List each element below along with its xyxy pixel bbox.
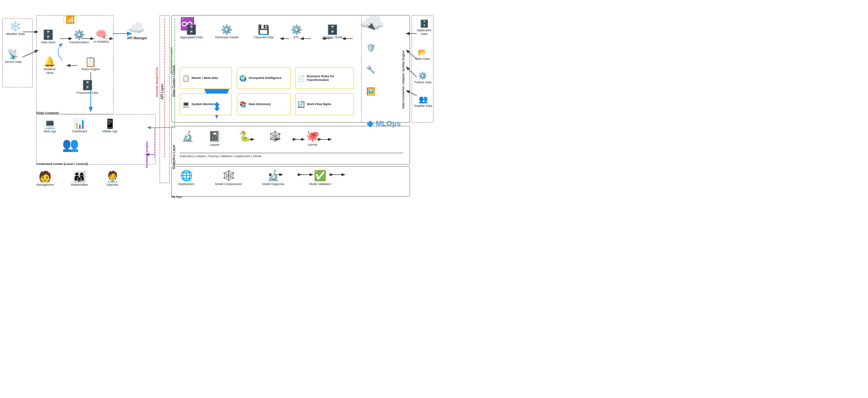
model-diagnosis-icon: 🔬 Model Diagnosis [262,170,285,186]
model-compression-icon: 🕸️ Model Compression [215,170,242,186]
jupyter-icon: 📓 Jupyter [208,130,221,147]
plug-icon: 🔌 [366,22,375,31]
analytics-description-label: Exploratory Analysis | Training | Valida… [180,155,261,158]
geospatial-label: Geospatial Intelligence [249,76,282,80]
turbine-data-icon: ⚙️ Turbine Data [414,72,432,84]
sensor-data-icon-box: 📡 Sensor Data [5,50,22,64]
stakeholders-icon: 👨‍👩‍👧 Stakeholders [70,171,88,187]
workflow-icon: 🔄 [298,101,305,108]
web-app-icon: 💻 Web App [44,119,56,133]
big-double-arrow: ⬌ [211,87,223,126]
image-icon: 🖼️ [366,87,375,96]
api-manager-label: API Manager [127,36,148,40]
analytics-separator [180,153,403,153]
github-icon: 🐙 GitHub [306,129,319,147]
sensor-icon: 📡 [7,50,19,59]
ai-models-icon: 🧠 AI Model(s) [93,30,109,44]
model-validation-icon: ✅ Model Validation [309,170,331,186]
system-monitoring-icon: 💻 [182,101,189,108]
operator-icon: 🧑‍💼 Operator [106,171,119,187]
azure-ml-icon: 🔬 [182,130,194,142]
application-data-icon: 🗄️ Application Data [414,20,434,36]
data-connector-label: Data Connector, Adaptor, Quality Engine [402,51,405,108]
data-dictionary-card[interactable]: 📚 Data Dictionary [237,93,291,115]
open-data-icon: 📂 Open Data [415,49,430,61]
python-icon: 🐍 [239,130,251,142]
neural-net-icon: 🕸️ [269,130,281,142]
etl-icon: ⚙️ ETL [291,25,303,39]
cleansed-data-icon: 💾 Cleansed Data [254,25,274,39]
mobile-app-icon: 📱 Mobile App [102,119,118,133]
master-meta-card[interactable]: 📋 Master / Meta Data [180,67,232,89]
system-monitoring-card[interactable]: 💻 System Monitoring [180,93,232,115]
periodic-model-push-label: Periodic Model Push [155,67,159,97]
data-dictionary-icon: 📚 [239,101,247,108]
weather-data-label: Weather Data [6,32,25,36]
business-rules-card[interactable]: 📄 Business Rules for Transformation [295,67,354,89]
command-center-label: Command Center (Local / Central) [36,162,88,166]
analytics-layer-box [172,126,410,165]
geospatial-card[interactable]: 🌍 Geospatial Intelligence [237,67,291,89]
people-group-icon: 👥 [62,138,79,151]
main-diagram: ❄️ Weather Data 📡 Sensor Data Edge Compu… [0,0,434,199]
management-icon: 🧑 Management [36,171,54,187]
connector-tool-icon: 🔧 [366,66,375,74]
master-meta-icon: 📋 [182,74,189,82]
api-cloud-icon: ☁️ [128,20,145,36]
aggregated-data-icon: 🗄️ Aggregated Data [180,25,203,39]
workflow-card[interactable]: 🔄 Work Flow Mgmt. [295,93,354,115]
data-store-icon: 🗄️ Data Store [41,30,56,44]
workflow-label: Work Flow Mgmt. [307,102,332,106]
snowflake-icon: ❄️ [9,22,21,31]
business-rules-label: Business Rules for Transformation [307,74,351,82]
dashboard-icon: 📊 Dashboard [72,119,87,133]
geospatial-icon: 🌍 [239,74,247,82]
realtime-alerts-icon: 🔔 RealtimeAlerts [44,57,56,75]
shield-icon: 🛡️ [366,44,375,53]
api-layer-label: API Layer [160,84,164,99]
staging-raw-icon: 🗄️ Staging / RAW [322,25,342,39]
data-dictionary-label: Data Dictionary [249,102,271,106]
predictive-insights-label: Predictive Insights [145,141,149,168]
business-rules-icon: 📄 [298,74,305,82]
analytics-layer-label: Analytics Layer [172,144,176,169]
iot-device-box [63,16,76,23]
dimension-model-icon: ⚙️ Dimension Model [215,25,239,39]
data-center-label: Data Center / Cloud [172,66,176,97]
master-meta-label: Master / Meta Data [191,76,218,80]
mlops-pipeline-label: MLOps [172,195,182,199]
supplier-data-icon: 👥 Supplier Data [414,96,433,108]
mlops-pipeline-box [172,166,410,197]
processed-data-icon: 🗄️ Processed Data [76,80,98,95]
sensor-data-label: Sensor Data [5,60,22,64]
deployment-icon: 🌐 Deployment [178,170,194,186]
rules-engine-icon: 📋 Rules Engine [82,57,100,71]
transformation-icon: ⚙️ Transformation [69,30,89,44]
weather-data-icon-box: ❄️ Weather Data [6,22,25,36]
